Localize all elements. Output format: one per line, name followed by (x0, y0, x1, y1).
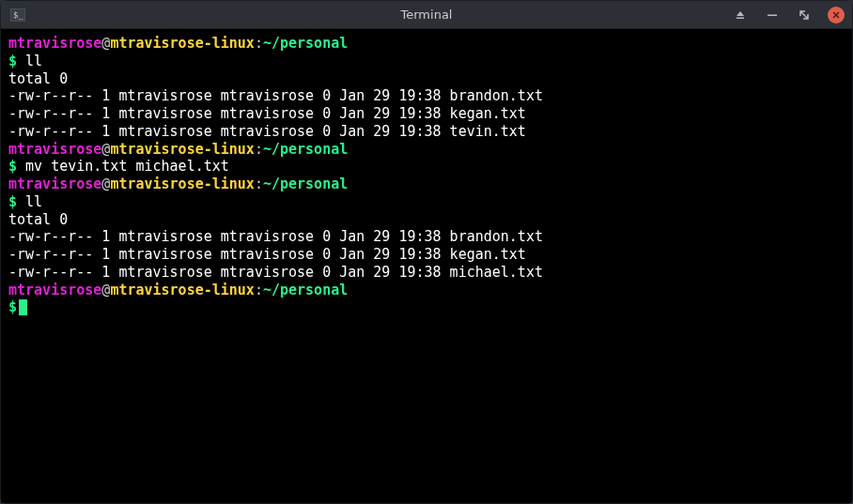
prompt-host: mtravisrose-linux (110, 35, 255, 52)
output-line: -rw-r--r-- 1 mtravisrose mtravisrose 0 J… (8, 123, 845, 141)
output-line: total 0 (8, 211, 845, 229)
terminal-icon: $_ (10, 8, 25, 23)
command-line: $ ll (8, 193, 845, 211)
prompt-colon: : (255, 282, 263, 298)
prompt-host: mtravisrose-linux (110, 141, 255, 158)
command-line: $ (8, 298, 845, 316)
prompt-user: mtravisrose (8, 35, 101, 52)
prompt-path: ~/personal (263, 176, 348, 192)
command-line: $ ll (8, 53, 845, 70)
prompt-colon: : (255, 35, 263, 52)
cursor (19, 299, 27, 315)
svg-rect-2 (737, 17, 744, 19)
prompt-line: mtravisrose@mtravisrose-linux:~/personal (8, 35, 845, 53)
output-line: -rw-r--r-- 1 mtravisrose mtravisrose 0 J… (8, 264, 845, 282)
window-title: Terminal (401, 8, 453, 22)
output-line: -rw-r--r-- 1 mtravisrose mtravisrose 0 J… (8, 105, 845, 123)
prompt-colon: : (255, 176, 263, 192)
prompt-line: mtravisrose@mtravisrose-linux:~/personal (8, 141, 845, 159)
svg-rect-3 (768, 14, 777, 16)
eject-button[interactable] (732, 7, 749, 23)
command-text: ll (17, 53, 42, 69)
prompt-line: mtravisrose@mtravisrose-linux:~/personal (8, 176, 845, 193)
prompt-symbol: $ (8, 298, 17, 315)
output-line: -rw-r--r-- 1 mtravisrose mtravisrose 0 J… (8, 87, 845, 105)
titlebar[interactable]: $_ Terminal (1, 1, 852, 29)
terminal-body[interactable]: mtravisrose@mtravisrose-linux:~/personal… (1, 29, 852, 503)
close-button[interactable] (828, 7, 845, 23)
prompt-path: ~/personal (263, 282, 348, 298)
command-line: $ mv tevin.txt michael.txt (8, 158, 845, 176)
minimize-button[interactable] (764, 7, 781, 23)
prompt-symbol: $ (8, 193, 17, 210)
prompt-user: mtravisrose (8, 176, 101, 192)
prompt-line: mtravisrose@mtravisrose-linux:~/personal (8, 282, 845, 299)
prompt-colon: : (255, 141, 263, 158)
prompt-symbol: $ (8, 158, 17, 175)
maximize-button[interactable] (796, 7, 813, 23)
prompt-host: mtravisrose-linux (110, 176, 255, 192)
svg-text:$_: $_ (13, 10, 23, 20)
prompt-path: ~/personal (263, 35, 348, 52)
output-line: total 0 (8, 70, 845, 88)
terminal-window: $_ Terminal (0, 0, 853, 504)
prompt-host: mtravisrose-linux (110, 282, 255, 298)
prompt-path: ~/personal (263, 141, 348, 158)
window-controls (732, 7, 845, 23)
prompt-symbol: $ (8, 53, 17, 69)
prompt-user: mtravisrose (8, 141, 101, 158)
output-line: -rw-r--r-- 1 mtravisrose mtravisrose 0 J… (8, 228, 845, 246)
prompt-user: mtravisrose (8, 282, 101, 298)
output-line: -rw-r--r-- 1 mtravisrose mtravisrose 0 J… (8, 246, 845, 264)
command-text: mv tevin.txt michael.txt (17, 158, 229, 175)
command-text: ll (17, 193, 42, 210)
